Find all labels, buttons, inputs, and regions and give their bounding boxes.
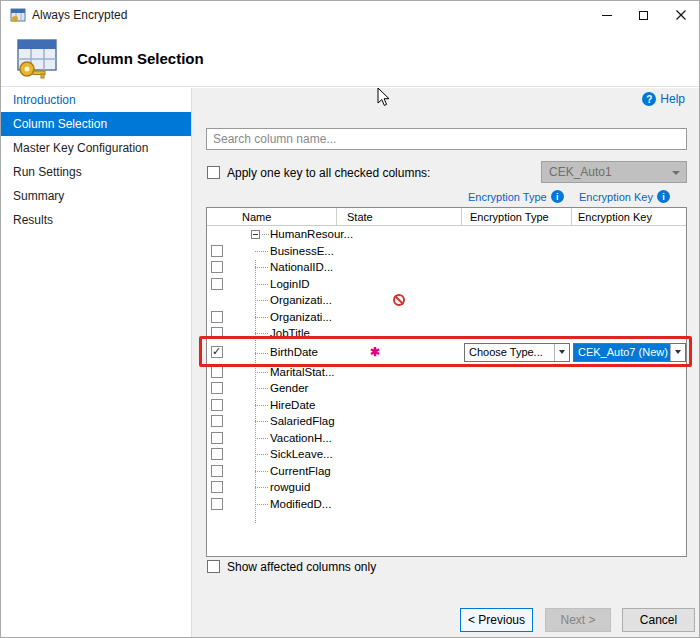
- show-affected-label: Show affected columns only: [227, 560, 376, 574]
- encryption-key-link[interactable]: Encryption Key i: [579, 190, 670, 203]
- close-button[interactable]: [662, 1, 699, 29]
- column-name: BusinessE...: [270, 245, 334, 257]
- header-encryption-type: Encryption Type: [462, 208, 572, 225]
- cancel-button[interactable]: Cancel: [622, 608, 695, 632]
- apply-key-label: Apply one key to all checked columns:: [227, 166, 430, 180]
- encryption-type-dropdown[interactable]: Choose Type...: [464, 343, 570, 362]
- encryption-key-dropdown[interactable]: CEK_Auto7 (New): [573, 343, 686, 362]
- help-link[interactable]: ? Help: [642, 92, 685, 106]
- row-checkbox[interactable]: [211, 481, 223, 493]
- row-checkbox[interactable]: [211, 278, 223, 290]
- maximize-icon: [639, 11, 648, 20]
- column-name: CurrentFlag: [270, 465, 331, 477]
- tree-connector: [255, 454, 268, 455]
- apply-key-dropdown[interactable]: CEK_Auto1: [541, 161, 687, 183]
- table-row[interactable]: MaritalStat...: [207, 364, 686, 381]
- sidebar-item-run-settings[interactable]: Run Settings: [1, 160, 191, 184]
- search-input[interactable]: [206, 128, 687, 150]
- apply-key-dropdown-value: CEK_Auto1: [549, 165, 612, 179]
- title-bar: Always Encrypted: [1, 1, 699, 29]
- table-row[interactable]: NationalID...: [207, 259, 686, 276]
- row-checkbox[interactable]: [211, 261, 223, 273]
- row-checkbox[interactable]: [211, 415, 223, 427]
- info-icon[interactable]: i: [551, 190, 564, 203]
- maximize-button[interactable]: [625, 1, 662, 29]
- table-row[interactable]: ModifiedD...: [207, 496, 686, 513]
- table-row[interactable]: LoginID: [207, 276, 686, 293]
- table-row[interactable]: Organizati...: [207, 292, 686, 309]
- help-icon: ?: [642, 92, 656, 106]
- table-row[interactable]: SalariedFlag: [207, 413, 686, 430]
- column-name: HireDate: [270, 399, 315, 411]
- previous-button[interactable]: < Previous: [460, 608, 533, 632]
- column-name: Gender: [270, 382, 308, 394]
- table-row[interactable]: Gender: [207, 380, 686, 397]
- table-row[interactable]: Organizati...: [207, 309, 686, 326]
- pending-change-icon: [370, 345, 380, 359]
- table-row[interactable]: CurrentFlag: [207, 463, 686, 480]
- grid-header: Name State Encryption Type Encryption Ke…: [207, 208, 686, 226]
- row-checkbox[interactable]: [211, 327, 223, 339]
- table-row[interactable]: JobTitle: [207, 325, 686, 342]
- chevron-down-icon[interactable]: [670, 344, 685, 361]
- row-checkbox[interactable]: [211, 366, 223, 378]
- window-title: Always Encrypted: [32, 8, 127, 22]
- table-row[interactable]: VacationH...: [207, 430, 686, 447]
- encryption-key-link-label: Encryption Key: [579, 191, 653, 203]
- chevron-down-icon[interactable]: [554, 344, 569, 361]
- encryption-key-value: CEK_Auto7 (New): [574, 344, 670, 361]
- column-name: LoginID: [270, 278, 310, 290]
- row-checkbox[interactable]: [211, 498, 223, 510]
- column-name: JobTitle: [270, 327, 310, 339]
- header-state: State: [337, 208, 462, 225]
- encryption-type-link[interactable]: Encryption Type i: [468, 190, 564, 203]
- column-name: ModifiedD...: [270, 498, 331, 510]
- tree-connector: [255, 372, 268, 373]
- tree-connector: [255, 487, 268, 488]
- blocked-icon: [393, 294, 405, 306]
- tree-connector: [255, 504, 268, 505]
- apply-key-checkbox[interactable]: [207, 166, 220, 179]
- table-row-birthdate[interactable]: BirthDate Choose Type... CEK_Auto7 (New): [207, 342, 686, 364]
- tree-connector: [255, 284, 268, 285]
- column-name: SalariedFlag: [270, 415, 335, 427]
- info-icon[interactable]: i: [657, 190, 670, 203]
- encryption-type-link-label: Encryption Type: [468, 191, 547, 203]
- sidebar-item-summary[interactable]: Summary: [1, 184, 191, 208]
- tree-connector: [255, 267, 268, 268]
- sidebar-item-introduction[interactable]: Introduction: [1, 88, 191, 112]
- app-icon-small: [10, 7, 26, 23]
- wizard-steps-sidebar: Introduction Column Selection Master Key…: [1, 88, 191, 637]
- row-checkbox[interactable]: [211, 448, 223, 460]
- table-row-parent[interactable]: HumanResour...: [207, 226, 686, 243]
- collapse-expander-icon[interactable]: [251, 230, 260, 239]
- table-row[interactable]: rowguid: [207, 479, 686, 496]
- page-title: Column Selection: [77, 50, 204, 67]
- grid-rows: HumanResour... BusinessE... NationalID..…: [207, 226, 686, 512]
- row-checkbox[interactable]: [211, 432, 223, 444]
- row-checkbox-checked[interactable]: [211, 346, 223, 358]
- column-name: NationalID...: [270, 261, 333, 273]
- minimize-button[interactable]: [588, 1, 625, 29]
- column-name: VacationH...: [270, 432, 332, 444]
- next-button: Next >: [545, 608, 611, 632]
- tree-connector: [255, 421, 268, 422]
- close-icon: [676, 10, 686, 20]
- tree-connector: [255, 317, 268, 318]
- table-row[interactable]: HireDate: [207, 397, 686, 414]
- sidebar-item-column-selection[interactable]: Column Selection: [1, 112, 191, 136]
- row-checkbox[interactable]: [211, 399, 223, 411]
- sidebar-item-results[interactable]: Results: [1, 208, 191, 232]
- row-checkbox[interactable]: [211, 245, 223, 257]
- minimize-icon: [602, 15, 612, 16]
- show-affected-checkbox[interactable]: [207, 560, 220, 573]
- header-encryption-key: Encryption Key: [572, 208, 686, 225]
- row-checkbox[interactable]: [211, 311, 223, 323]
- sidebar-item-master-key-configuration[interactable]: Master Key Configuration: [1, 136, 191, 160]
- wizard-header: Column Selection: [1, 29, 699, 87]
- row-checkbox[interactable]: [211, 382, 223, 394]
- tree-connector: [255, 333, 268, 334]
- table-row[interactable]: SickLeave...: [207, 446, 686, 463]
- row-checkbox[interactable]: [211, 465, 223, 477]
- table-row[interactable]: BusinessE...: [207, 243, 686, 260]
